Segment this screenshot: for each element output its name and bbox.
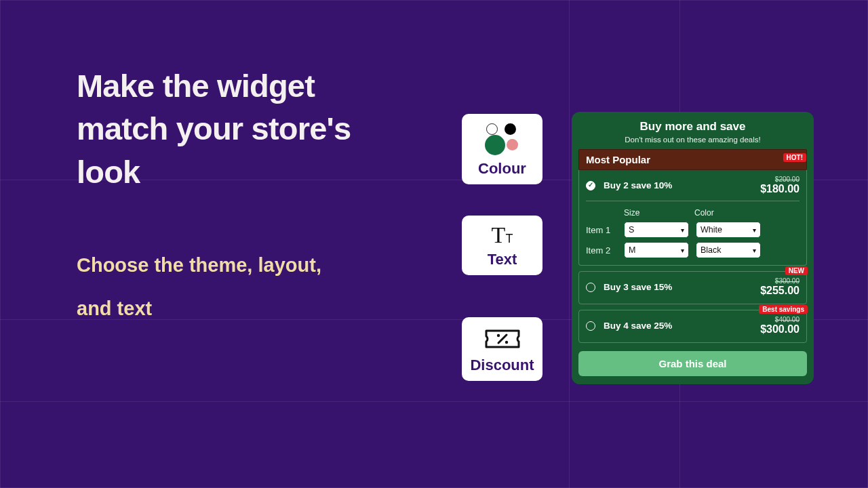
- variant-head-size: Size: [624, 208, 694, 218]
- deal-option[interactable]: Best savings Buy 4 save 25% $400.00 $300…: [578, 310, 807, 343]
- radio-icon[interactable]: [586, 283, 595, 292]
- chevron-down-icon: ▾: [681, 226, 684, 234]
- deal-option[interactable]: NEW Buy 3 save 15% $300.00 $255.00: [578, 271, 807, 304]
- headline-line: look: [77, 154, 140, 190]
- grab-deal-button[interactable]: Grab this deal: [578, 351, 807, 376]
- svg-point-2: [505, 341, 507, 344]
- text-icon: TT: [492, 224, 513, 247]
- discount-card[interactable]: Discount: [462, 317, 542, 381]
- new-price: $180.00: [760, 183, 800, 195]
- popular-banner: Most Popular HOT!: [578, 149, 807, 170]
- new-price: $300.00: [760, 323, 800, 336]
- radio-icon[interactable]: [586, 321, 595, 331]
- text-card[interactable]: TT Text: [462, 216, 542, 275]
- deal-label: Buy 4 save 25%: [604, 321, 760, 331]
- page-subtitle: Choose the theme, layout, and text: [77, 244, 321, 331]
- deal-option[interactable]: Buy 2 save 10% $200.00 $180.00 Size Colo…: [578, 170, 807, 266]
- colour-card[interactable]: Colour: [462, 114, 542, 184]
- item-label: Item 1: [586, 225, 624, 235]
- text-card-label: Text: [488, 251, 517, 268]
- svg-point-1: [496, 334, 499, 337]
- colour-swatch-icon: [482, 122, 523, 156]
- discount-icon: [484, 325, 521, 352]
- variant-selectors: Size Color Item 1 S▾ White▾ Item 2 M▾ Bl…: [586, 201, 800, 258]
- old-price: $300.00: [760, 277, 800, 285]
- size-select[interactable]: S▾: [624, 222, 689, 238]
- deal-label: Buy 3 save 15%: [604, 282, 760, 292]
- discount-card-label: Discount: [470, 357, 534, 374]
- color-select[interactable]: White▾: [696, 222, 761, 238]
- headline-line: Make the widget: [77, 68, 315, 104]
- item-label: Item 2: [586, 245, 624, 256]
- new-price: $255.00: [760, 285, 800, 297]
- new-badge: NEW: [785, 266, 808, 275]
- chevron-down-icon: ▾: [681, 247, 684, 254]
- widget-title: Buy more and save: [578, 120, 807, 134]
- chevron-down-icon: ▾: [753, 247, 756, 254]
- chevron-down-icon: ▾: [753, 226, 756, 234]
- radio-selected-icon[interactable]: [586, 181, 595, 190]
- color-select[interactable]: Black▾: [696, 242, 761, 258]
- variant-head-color: Color: [694, 208, 765, 218]
- subtitle-line: and text: [77, 298, 152, 319]
- deal-label: Buy 2 save 10%: [604, 180, 760, 190]
- size-select[interactable]: M▾: [624, 242, 689, 258]
- widget-subtitle: Don't miss out on these amazing deals!: [578, 136, 807, 144]
- headline-line: match your store's: [77, 110, 351, 146]
- colour-card-label: Colour: [478, 160, 526, 178]
- old-price: $200.00: [760, 176, 800, 183]
- page-headline: Make the widget match your store's look: [77, 64, 351, 193]
- best-savings-badge: Best savings: [759, 305, 808, 314]
- pricing-widget: Buy more and save Don't miss out on thes…: [572, 112, 814, 384]
- old-price: $400.00: [760, 316, 800, 323]
- subtitle-line: Choose the theme, layout,: [77, 254, 321, 276]
- hot-badge: HOT!: [783, 153, 806, 162]
